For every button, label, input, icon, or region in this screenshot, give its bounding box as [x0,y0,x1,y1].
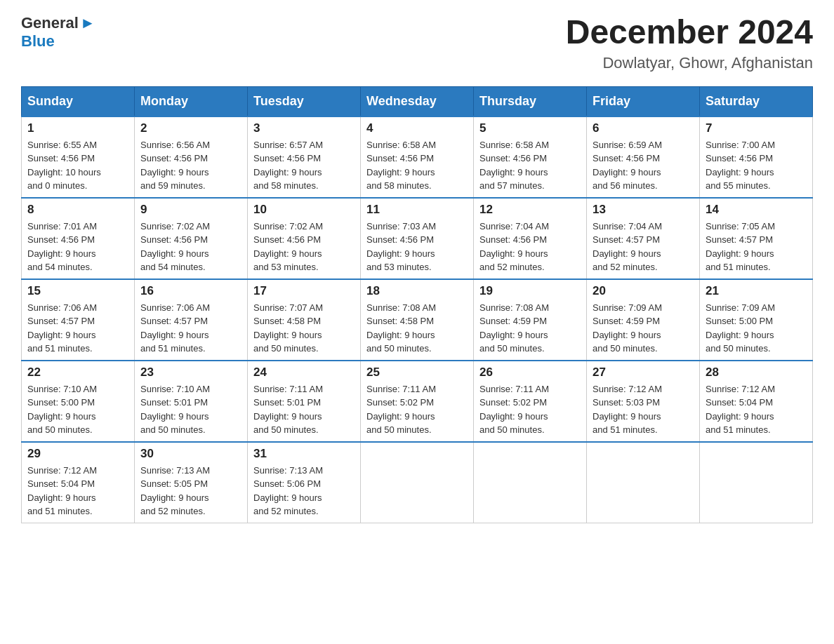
calendar-header-tuesday: Tuesday [248,86,361,116]
day-info: Sunrise: 7:10 AMSunset: 5:01 PMDaylight:… [140,382,241,437]
day-info: Sunrise: 7:12 AMSunset: 5:04 PMDaylight:… [706,382,807,437]
calendar-cell: 12 Sunrise: 7:04 AMSunset: 4:56 PMDaylig… [474,198,587,279]
calendar-header-friday: Friday [587,86,700,116]
calendar-cell: 16 Sunrise: 7:06 AMSunset: 4:57 PMDaylig… [135,279,248,361]
calendar-cell: 24 Sunrise: 7:11 AMSunset: 5:01 PMDaylig… [248,361,361,442]
calendar-cell [474,442,587,523]
day-number: 19 [479,284,581,298]
day-info: Sunrise: 6:56 AMSunset: 4:56 PMDaylight:… [140,138,241,193]
calendar-cell: 19 Sunrise: 7:08 AMSunset: 4:59 PMDaylig… [474,279,587,361]
day-info: Sunrise: 6:59 AMSunset: 4:56 PMDaylight:… [593,138,694,193]
calendar-header-saturday: Saturday [700,86,813,116]
day-number: 13 [593,203,694,217]
day-info: Sunrise: 7:01 AMSunset: 4:56 PMDaylight:… [27,220,128,274]
calendar-week-2: 8 Sunrise: 7:01 AMSunset: 4:56 PMDayligh… [22,198,813,279]
day-number: 27 [593,365,694,380]
day-info: Sunrise: 6:58 AMSunset: 4:56 PMDaylight:… [479,138,581,193]
logo: General► Blue [21,14,95,51]
calendar-week-5: 29 Sunrise: 7:12 AMSunset: 5:04 PMDaylig… [22,442,813,523]
calendar-cell: 4 Sunrise: 6:58 AMSunset: 4:56 PMDayligh… [361,116,474,198]
day-info: Sunrise: 7:09 AMSunset: 4:59 PMDaylight:… [593,301,694,356]
day-number: 15 [27,284,128,298]
day-info: Sunrise: 7:07 AMSunset: 4:58 PMDaylight:… [253,301,355,356]
calendar-week-3: 15 Sunrise: 7:06 AMSunset: 4:57 PMDaylig… [22,279,813,361]
day-number: 3 [253,121,355,135]
day-info: Sunrise: 7:11 AMSunset: 5:02 PMDaylight:… [479,382,581,437]
day-number: 14 [706,203,807,217]
day-info: Sunrise: 7:12 AMSunset: 5:04 PMDaylight:… [27,464,128,518]
day-number: 16 [140,284,241,298]
day-number: 12 [479,203,581,217]
calendar-cell: 9 Sunrise: 7:02 AMSunset: 4:56 PMDayligh… [135,198,248,279]
day-number: 25 [366,365,468,380]
day-number: 24 [253,365,355,380]
calendar-cell: 22 Sunrise: 7:10 AMSunset: 5:00 PMDaylig… [22,361,135,442]
month-title: December 2024 [566,14,813,51]
calendar-cell: 1 Sunrise: 6:55 AMSunset: 4:56 PMDayligh… [22,116,135,198]
calendar-header-thursday: Thursday [474,86,587,116]
day-number: 21 [706,284,807,298]
day-info: Sunrise: 6:55 AMSunset: 4:56 PMDaylight:… [27,138,128,193]
calendar-header-monday: Monday [135,86,248,116]
day-info: Sunrise: 7:06 AMSunset: 4:57 PMDaylight:… [27,301,128,356]
calendar-cell [700,442,813,523]
calendar-cell: 28 Sunrise: 7:12 AMSunset: 5:04 PMDaylig… [700,361,813,442]
day-info: Sunrise: 7:10 AMSunset: 5:00 PMDaylight:… [27,382,128,437]
calendar-cell: 3 Sunrise: 6:57 AMSunset: 4:56 PMDayligh… [248,116,361,198]
calendar-cell: 2 Sunrise: 6:56 AMSunset: 4:56 PMDayligh… [135,116,248,198]
day-info: Sunrise: 7:06 AMSunset: 4:57 PMDaylight:… [140,301,241,356]
day-info: Sunrise: 7:08 AMSunset: 4:58 PMDaylight:… [366,301,468,356]
day-info: Sunrise: 7:05 AMSunset: 4:57 PMDaylight:… [706,220,807,274]
calendar-cell: 31 Sunrise: 7:13 AMSunset: 5:06 PMDaylig… [248,442,361,523]
calendar-cell [361,442,474,523]
day-number: 17 [253,284,355,298]
day-info: Sunrise: 7:04 AMSunset: 4:57 PMDaylight:… [593,220,694,274]
day-info: Sunrise: 7:00 AMSunset: 4:56 PMDaylight:… [706,138,807,193]
calendar-cell: 26 Sunrise: 7:11 AMSunset: 5:02 PMDaylig… [474,361,587,442]
calendar-table: SundayMondayTuesdayWednesdayThursdayFrid… [21,86,813,523]
page-header: General► Blue December 2024 Dowlatyar, G… [21,14,813,72]
day-number: 29 [27,447,128,461]
day-number: 5 [479,121,581,135]
day-number: 26 [479,365,581,380]
day-number: 11 [366,203,468,217]
day-info: Sunrise: 6:57 AMSunset: 4:56 PMDaylight:… [253,138,355,193]
day-number: 18 [366,284,468,298]
calendar-cell: 5 Sunrise: 6:58 AMSunset: 4:56 PMDayligh… [474,116,587,198]
calendar-cell: 8 Sunrise: 7:01 AMSunset: 4:56 PMDayligh… [22,198,135,279]
calendar-cell: 29 Sunrise: 7:12 AMSunset: 5:04 PMDaylig… [22,442,135,523]
day-info: Sunrise: 7:13 AMSunset: 5:05 PMDaylight:… [140,464,241,518]
calendar-cell: 17 Sunrise: 7:07 AMSunset: 4:58 PMDaylig… [248,279,361,361]
day-number: 1 [27,121,128,135]
day-number: 31 [253,447,355,461]
day-info: Sunrise: 7:03 AMSunset: 4:56 PMDaylight:… [366,220,468,274]
calendar-cell: 30 Sunrise: 7:13 AMSunset: 5:05 PMDaylig… [135,442,248,523]
calendar-cell: 13 Sunrise: 7:04 AMSunset: 4:57 PMDaylig… [587,198,700,279]
logo-blue: Blue [21,32,55,50]
day-info: Sunrise: 7:11 AMSunset: 5:02 PMDaylight:… [366,382,468,437]
day-info: Sunrise: 7:11 AMSunset: 5:01 PMDaylight:… [253,382,355,437]
logo-text: General► Blue [21,14,95,51]
calendar-week-1: 1 Sunrise: 6:55 AMSunset: 4:56 PMDayligh… [22,116,813,198]
calendar-cell: 7 Sunrise: 7:00 AMSunset: 4:56 PMDayligh… [700,116,813,198]
day-number: 20 [593,284,694,298]
day-number: 22 [27,365,128,380]
day-number: 30 [140,447,241,461]
calendar-cell: 6 Sunrise: 6:59 AMSunset: 4:56 PMDayligh… [587,116,700,198]
day-info: Sunrise: 7:13 AMSunset: 5:06 PMDaylight:… [253,464,355,518]
calendar-header-wednesday: Wednesday [361,86,474,116]
calendar-cell: 23 Sunrise: 7:10 AMSunset: 5:01 PMDaylig… [135,361,248,442]
title-section: December 2024 Dowlatyar, Ghowr, Afghanis… [566,14,813,72]
day-number: 7 [706,121,807,135]
calendar-cell: 11 Sunrise: 7:03 AMSunset: 4:56 PMDaylig… [361,198,474,279]
day-info: Sunrise: 7:02 AMSunset: 4:56 PMDaylight:… [253,220,355,274]
calendar-week-4: 22 Sunrise: 7:10 AMSunset: 5:00 PMDaylig… [22,361,813,442]
day-number: 28 [706,365,807,380]
day-info: Sunrise: 7:02 AMSunset: 4:56 PMDaylight:… [140,220,241,274]
calendar-cell [587,442,700,523]
calendar-header: SundayMondayTuesdayWednesdayThursdayFrid… [22,86,813,116]
calendar-cell: 15 Sunrise: 7:06 AMSunset: 4:57 PMDaylig… [22,279,135,361]
calendar-header-sunday: Sunday [22,86,135,116]
day-number: 23 [140,365,241,380]
day-info: Sunrise: 7:04 AMSunset: 4:56 PMDaylight:… [479,220,581,274]
